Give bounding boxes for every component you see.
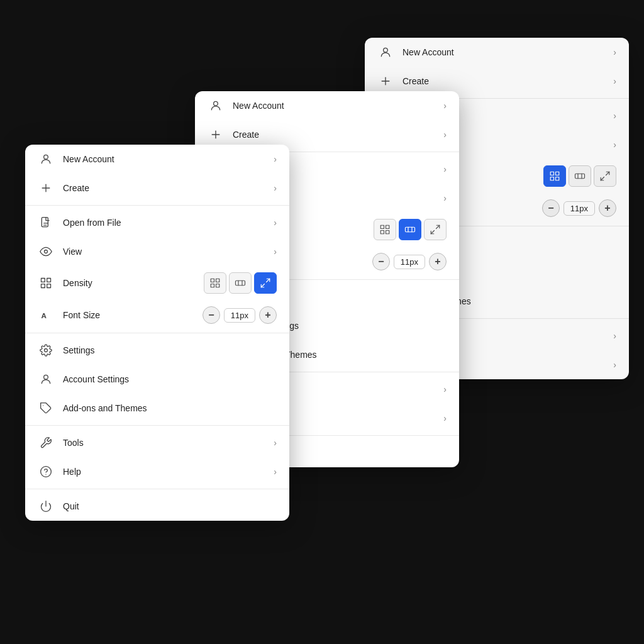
svg-rect-64 (216, 284, 219, 287)
font-decrease-btn[interactable]: − (372, 253, 390, 270)
addons-item[interactable]: Add-ons and Themes (25, 394, 289, 423)
font-increase-btn[interactable]: + (599, 199, 616, 217)
svg-rect-34 (380, 225, 384, 228)
svg-text:A: A (42, 311, 47, 319)
account-icon (38, 371, 54, 387)
density-item: Density (25, 266, 289, 300)
svg-line-18 (606, 172, 609, 175)
svg-rect-57 (42, 279, 45, 282)
menu-panel-front: New Account › Create › Open from File › … (25, 145, 289, 521)
eye-icon (38, 243, 54, 260)
user-circle-icon (208, 97, 224, 114)
svg-rect-15 (575, 174, 585, 179)
tools-label: Tools (63, 438, 274, 448)
chevron-icon: › (274, 247, 277, 257)
account-settings-item[interactable]: Account Settings (25, 365, 289, 394)
document-icon (38, 214, 54, 231)
user-circle-icon (377, 44, 394, 60)
chevron-icon: › (443, 384, 447, 394)
settings-item[interactable]: Settings (25, 336, 289, 365)
plus-icon (38, 180, 54, 196)
density-medium-btn[interactable] (399, 219, 421, 240)
font-decrease-btn[interactable]: − (542, 199, 560, 217)
new-account-label: New Account (63, 154, 274, 164)
help-item[interactable]: Help › (25, 457, 289, 486)
new-account-label: New Account (233, 101, 443, 111)
density-control-back (543, 165, 616, 187)
svg-rect-60 (47, 284, 51, 288)
create-label: Create (63, 183, 274, 193)
font-size-value: 11px (394, 255, 425, 269)
create-label: Create (233, 130, 443, 140)
new-account-item-back[interactable]: New Account › (365, 38, 629, 67)
density-compact-btn[interactable] (204, 272, 226, 294)
chevron-icon: › (613, 76, 616, 86)
svg-rect-11 (550, 172, 553, 175)
svg-point-50 (44, 155, 48, 159)
chevron-icon: › (443, 193, 447, 203)
density-control-mid (374, 219, 447, 240)
svg-rect-36 (380, 231, 384, 234)
svg-point-74 (41, 467, 52, 477)
font-size-control-back: − 11px + (542, 199, 616, 217)
settings-label: Settings (63, 345, 277, 355)
svg-line-42 (431, 231, 434, 234)
font-increase-btn[interactable]: + (259, 306, 277, 324)
svg-point-56 (45, 250, 48, 253)
new-account-label: New Account (402, 47, 613, 57)
svg-point-71 (45, 349, 48, 352)
chevron-icon: › (274, 218, 277, 228)
svg-rect-37 (386, 231, 389, 234)
chevron-icon: › (443, 413, 447, 423)
font-size-control-mid: − 11px + (372, 253, 447, 270)
density-medium-btn[interactable] (229, 272, 252, 294)
font-size-item: A Font Size − 11px + (25, 300, 289, 330)
svg-point-0 (384, 48, 388, 52)
svg-rect-58 (47, 279, 51, 282)
font-size-label: Font Size (63, 310, 203, 320)
chevron-icon: › (613, 47, 616, 57)
new-account-item-mid[interactable]: New Account › (195, 91, 459, 120)
svg-line-19 (601, 177, 604, 180)
font-size-control-front: − 11px + (203, 306, 277, 324)
addons-label: Add-ons and Themes (63, 403, 277, 413)
density-expanded-btn[interactable] (594, 165, 616, 187)
font-size-value: 11px (224, 308, 255, 323)
svg-rect-59 (42, 284, 45, 288)
help-circle-icon (38, 464, 54, 480)
font-increase-btn[interactable]: + (429, 253, 447, 270)
open-from-file-item[interactable]: Open from File › (25, 208, 289, 237)
font-size-value: 11px (564, 201, 595, 216)
quit-item[interactable]: Quit (25, 492, 289, 521)
density-label: Density (63, 278, 204, 288)
create-item[interactable]: Create › (25, 174, 289, 203)
divider (25, 489, 289, 489)
svg-rect-14 (556, 177, 559, 180)
puzzle-icon (38, 400, 54, 416)
density-expanded-btn[interactable] (424, 219, 447, 240)
new-account-item[interactable]: New Account › (25, 145, 289, 174)
svg-line-41 (436, 225, 440, 228)
tools-item[interactable]: Tools › (25, 428, 289, 457)
chevron-icon: › (613, 331, 616, 341)
divider (25, 425, 289, 426)
density-medium-btn[interactable] (569, 165, 591, 187)
density-compact-btn[interactable] (374, 219, 396, 240)
svg-rect-61 (211, 279, 214, 282)
wrench-icon (38, 435, 54, 451)
chevron-icon: › (274, 183, 277, 193)
chevron-icon: › (613, 111, 616, 121)
account-settings-label: Account Settings (63, 374, 277, 384)
chevron-icon: › (443, 164, 447, 174)
density-expanded-btn[interactable] (254, 272, 277, 294)
view-item[interactable]: View › (25, 237, 289, 266)
svg-rect-62 (216, 279, 219, 282)
chevron-icon: › (443, 101, 447, 111)
density-compact-btn[interactable] (543, 165, 566, 187)
view-label: View (63, 247, 274, 257)
svg-rect-38 (406, 227, 415, 232)
chevron-icon: › (274, 154, 277, 164)
plus-icon (208, 126, 224, 143)
font-decrease-btn[interactable]: − (203, 306, 220, 324)
help-label: Help (63, 467, 274, 477)
